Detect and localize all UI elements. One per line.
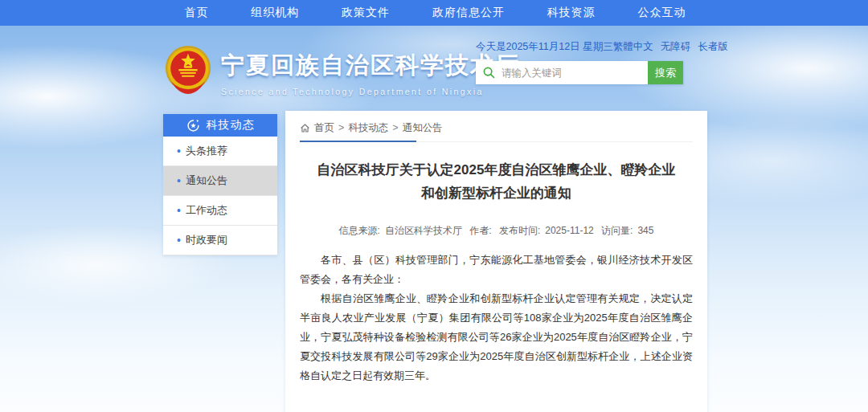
breadcrumb-divider	[300, 141, 693, 142]
article-title-line2: 和创新型标杆企业的通知	[421, 186, 571, 201]
meta-views: 345	[637, 225, 653, 236]
breadcrumb: 首页 > 科技动态 > 通知公告	[300, 119, 693, 137]
article-title-line1: 自治区科技厅关于认定2025年度自治区雏鹰企业、瞪羚企业	[317, 162, 676, 177]
meta-source-label: 信息来源:	[339, 225, 380, 236]
nav-item-org[interactable]: 组织机构	[251, 6, 299, 20]
breadcrumb-separator: >	[338, 122, 344, 133]
breadcrumb-separator: >	[392, 122, 398, 133]
sidebar-title: 科技动态	[207, 118, 255, 133]
sidebar-item-label: 通知公告	[186, 173, 227, 188]
article-paragraph: 根据自治区雏鹰企业、瞪羚企业和创新型标杆企业认定管理有关规定，决定认定半亩良人农…	[300, 289, 693, 385]
article-meta: 信息来源:自治区科学技术厅 作者: 发布时间:2025-11-12 访问量:34…	[300, 224, 693, 238]
bullet-icon: •	[177, 205, 181, 216]
site-header: 宁夏回族自治区科学技术厅 Science and Technology Depa…	[163, 26, 707, 111]
article-paragraph: 各市、县（区）科技管理部门，宁东能源化工基地管委会，银川经济技术开发区管委会，各…	[300, 251, 693, 289]
bullet-icon: •	[177, 235, 181, 246]
nav-item-resources[interactable]: 科技资源	[547, 6, 596, 20]
top-navigation: 首页 组织机构 政策文件 政府信息公开 科技资源 公众互动	[0, 0, 868, 26]
meta-author-label: 作者:	[469, 225, 491, 236]
article-title: 自治区科技厅关于认定2025年度自治区雏鹰企业、瞪羚企业 和创新型标杆企业的通知	[300, 158, 693, 205]
nav-item-home[interactable]: 首页	[184, 6, 208, 20]
search-input[interactable]	[476, 61, 648, 84]
sidebar-item-current-news[interactable]: • 时政要闻	[163, 226, 277, 255]
sidebar-item-work-updates[interactable]: • 工作动态	[163, 196, 277, 226]
current-date: 今天是2025年11月12日 星期三	[476, 40, 613, 54]
site-title-english: Science and Technology Department of Nin…	[221, 87, 520, 96]
meta-source: 自治区科学技术厅	[385, 225, 462, 236]
nav-item-interaction[interactable]: 公众互动	[638, 6, 686, 20]
breadcrumb-level2[interactable]: 通知公告	[403, 121, 443, 135]
breadcrumb-level1[interactable]: 科技动态	[348, 121, 388, 135]
bullet-icon: •	[177, 145, 181, 157]
sidebar-item-notices[interactable]: • 通知公告	[163, 166, 277, 196]
search-button[interactable]: 搜索	[648, 61, 683, 84]
breadcrumb-home[interactable]: 首页	[314, 121, 334, 135]
sidebar-item-label: 头条推荐	[186, 144, 227, 158]
sidebar: 科技动态 • 头条推荐 • 通知公告 • 工作动态	[163, 114, 277, 255]
meta-time-label: 发布时间:	[499, 225, 540, 236]
link-traditional-chinese[interactable]: 繁體中文	[613, 40, 653, 54]
sidebar-item-label: 工作动态	[186, 203, 227, 218]
meta-time: 2025-11-12	[545, 225, 594, 236]
main-content: 首页 > 科技动态 > 通知公告 自治区科技厅关于认定2025年度自治区雏鹰企业…	[285, 111, 707, 412]
national-emblem-logo	[163, 44, 213, 96]
circular-star-icon	[186, 119, 200, 133]
link-accessibility[interactable]: 无障碍	[661, 40, 691, 54]
sidebar-header: 科技动态	[163, 114, 277, 137]
article-body: 各市、县（区）科技管理部门，宁东能源化工基地管委会，银川经济技术开发区管委会，各…	[300, 251, 693, 385]
home-icon	[300, 123, 310, 133]
bullet-icon: •	[177, 175, 181, 186]
sidebar-item-headlines[interactable]: • 头条推荐	[163, 137, 277, 166]
page: 首页 组织机构 政策文件 政府信息公开 科技资源 公众互动	[0, 0, 868, 412]
nav-item-gov-info[interactable]: 政府信息公开	[432, 6, 505, 20]
meta-views-label: 访问量:	[601, 225, 633, 236]
nav-item-policy[interactable]: 政策文件	[342, 6, 390, 20]
search-icon	[483, 67, 495, 79]
link-elder-version[interactable]: 长者版	[698, 40, 728, 54]
sidebar-item-label: 时政要闻	[186, 233, 227, 247]
